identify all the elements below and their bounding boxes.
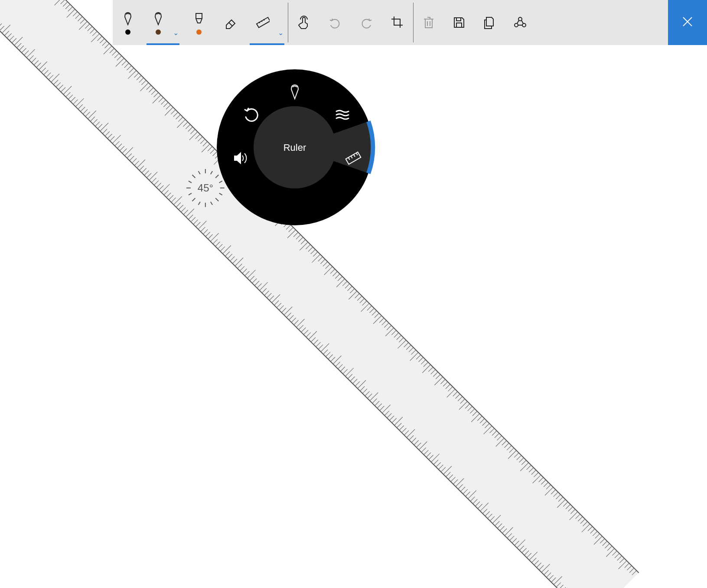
pen-color-swatch: [125, 29, 130, 35]
undo-icon: [328, 16, 342, 29]
touch-icon: [297, 16, 311, 29]
chevron-down-icon[interactable]: ⌄: [278, 29, 283, 36]
pencil-color-swatch: [156, 29, 161, 35]
svg-rect-4: [456, 23, 462, 27]
save-button[interactable]: [444, 0, 474, 45]
file-tools-group: [414, 0, 536, 45]
share-icon: [513, 16, 527, 29]
svg-line-15: [203, 169, 208, 173]
ballpoint-pen-tool[interactable]: [113, 0, 143, 45]
svg-line-13: [192, 175, 195, 178]
redo-button[interactable]: [351, 0, 382, 45]
radial-menu[interactable]: Ruler: [212, 65, 377, 230]
svg-line-24: [189, 180, 192, 183]
close-icon: [681, 16, 694, 29]
redo-icon: [359, 16, 373, 29]
ruler-angle-label: 45°: [198, 182, 213, 194]
copy-button[interactable]: [474, 0, 505, 45]
ruler-icon: [255, 15, 270, 30]
svg-line-22: [198, 202, 201, 205]
crop-icon: [391, 16, 404, 29]
toolbar: ⌄: [113, 0, 707, 45]
svg-point-7: [515, 23, 518, 27]
svg-line-12: [192, 198, 195, 201]
share-button[interactable]: [505, 0, 536, 45]
trash-icon: [422, 16, 435, 29]
highlighter-icon: [192, 11, 206, 26]
svg-line-18: [186, 186, 191, 190]
svg-rect-5: [456, 18, 461, 21]
svg-line-23: [198, 171, 201, 174]
pen-icon: [121, 11, 134, 26]
touch-writing-button[interactable]: [288, 0, 319, 45]
radial-center-label: Ruler: [283, 142, 306, 153]
copy-icon: [483, 16, 496, 29]
svg-line-21: [189, 192, 192, 195]
undo-button[interactable]: [319, 0, 351, 45]
svg-line-16: [203, 203, 208, 207]
close-button[interactable]: [668, 0, 707, 45]
delete-button[interactable]: [414, 0, 444, 45]
ruler-tool-button[interactable]: ⌄: [246, 0, 288, 45]
pen-tools-group: ⌄: [113, 0, 288, 45]
chevron-down-icon[interactable]: ⌄: [173, 29, 179, 36]
edit-tools-group: [288, 0, 413, 45]
svg-point-8: [522, 23, 526, 27]
svg-point-6: [518, 17, 522, 21]
crop-button[interactable]: [382, 0, 413, 45]
eraser-icon: [224, 16, 238, 29]
pencil-icon: [152, 11, 165, 26]
pencil-tool[interactable]: ⌄: [143, 0, 183, 45]
highlighter-tool[interactable]: [183, 0, 215, 45]
eraser-tool[interactable]: [215, 0, 246, 45]
save-icon: [453, 16, 466, 29]
highlighter-color-swatch: [196, 29, 202, 35]
